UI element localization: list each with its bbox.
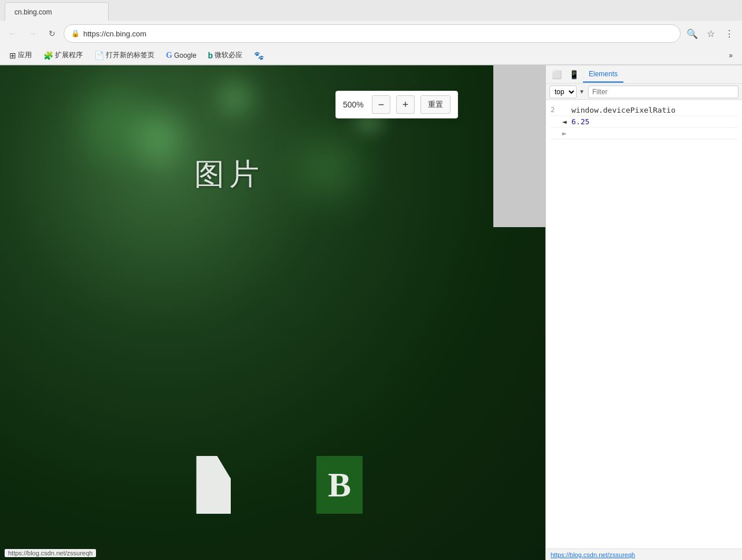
console-line-3: ► xyxy=(551,128,737,139)
zoom-minus-button[interactable]: − xyxy=(372,95,390,114)
tab-bar: cn.bing.com xyxy=(0,0,742,21)
console-line-num-1: 2 xyxy=(551,106,562,114)
bookmark-apps[interactable]: ⊞ 应用 xyxy=(5,49,36,61)
address-bar[interactable]: 🔒 https://cn.bing.com xyxy=(64,24,681,43)
console-value-2: 6.25 xyxy=(571,117,589,126)
console-arrow-2[interactable]: ◄ xyxy=(562,117,569,126)
more-bookmarks-button[interactable]: » xyxy=(724,50,737,61)
lock-icon: 🔒 xyxy=(71,29,80,38)
bookmark-bing[interactable]: b 微软必应 xyxy=(204,49,248,61)
main-area: 图片 B https://blog.csdn.net/zssureqh 500%… xyxy=(0,65,742,560)
bokeh-4 xyxy=(300,139,358,197)
console-line-1: 2 window.devicePixelRatio xyxy=(551,105,737,116)
toolbar-icons: 🔍 ☆ ⋮ xyxy=(684,25,737,42)
console-key-1: window.devicePixelRatio xyxy=(571,106,675,114)
bookmark-apps-label: 应用 xyxy=(18,50,32,60)
zoom-reset-button[interactable]: 重置 xyxy=(420,95,451,114)
dropdown-arrow-icon: ▼ xyxy=(579,88,585,95)
bing-logo-b: B xyxy=(316,456,363,514)
devtools-status-url[interactable]: https://blog.csdn.net/zssureqh xyxy=(551,551,635,558)
bing-icon: b xyxy=(208,51,213,60)
bokeh-3 xyxy=(218,80,253,115)
status-url: https://blog.csdn.net/zssureqh xyxy=(5,549,96,557)
paw-icon: 🐾 xyxy=(254,51,264,60)
browser-chrome: cn.bing.com ← → ↻ 🔒 https://cn.bing.com … xyxy=(0,0,742,65)
zoom-plus-button[interactable]: + xyxy=(396,95,415,114)
devtools-panel: ⬜ 📱 Elements top ▼ 2 win xyxy=(545,65,742,560)
bookmark-paw[interactable]: 🐾 xyxy=(249,50,268,61)
bookmark-bing-label: 微软必应 xyxy=(215,50,242,60)
back-button[interactable]: ← xyxy=(5,25,21,42)
filter-input[interactable] xyxy=(588,86,739,98)
bookmarks-bar: ⊞ 应用 🧩 扩展程序 📄 打开新的标签页 G Google b 微软必应 🐾 … xyxy=(0,46,742,65)
console-line-2: ◄ 6.25 xyxy=(551,116,737,128)
bookmark-google[interactable]: G Google xyxy=(161,50,201,61)
reload-button[interactable]: ↻ xyxy=(44,25,60,42)
status-bar: https://blog.csdn.net/zssureqh xyxy=(0,546,545,560)
new-tab-icon: 📄 xyxy=(94,51,104,60)
url-text: https://cn.bing.com xyxy=(83,29,673,38)
bing-image-text: 图片 xyxy=(194,154,264,195)
devtools-status-bar: https://blog.csdn.net/zssureqh xyxy=(546,548,742,560)
bing-content: 图片 B https://blog.csdn.net/zssureqh 500%… xyxy=(0,65,545,560)
bookmark-star-icon[interactable]: ☆ xyxy=(703,25,719,42)
bokeh-2 xyxy=(136,115,183,161)
more-bookmarks-icon: » xyxy=(729,51,733,60)
menu-icon[interactable]: ⋮ xyxy=(721,25,737,42)
zoom-percent: 500% xyxy=(343,100,366,109)
context-dropdown[interactable]: top xyxy=(549,86,577,98)
devtools-tab-elements[interactable]: Elements xyxy=(583,66,623,83)
devtools-second-bar: top ▼ xyxy=(546,84,742,100)
devtools-tab-elements-label: Elements xyxy=(589,70,618,78)
search-icon[interactable]: 🔍 xyxy=(684,25,700,42)
zoom-popup: 500% − + 重置 xyxy=(335,91,458,118)
devtools-dock-icon[interactable]: ⬜ xyxy=(548,66,564,83)
devtools-tabs: Elements xyxy=(583,66,740,83)
bookmark-extensions-label: 扩展程序 xyxy=(55,50,83,60)
bookmark-new-tab[interactable]: 📄 打开新的标签页 xyxy=(90,49,159,61)
bing-logo-white xyxy=(196,456,231,514)
active-tab[interactable]: cn.bing.com xyxy=(5,2,109,21)
omnibox-bar: ← → ↻ 🔒 https://cn.bing.com 🔍 ☆ ⋮ xyxy=(0,21,742,46)
tab-title: cn.bing.com xyxy=(14,8,52,16)
google-icon: G xyxy=(166,51,172,60)
bookmark-extensions[interactable]: 🧩 扩展程序 xyxy=(39,49,87,61)
devtools-toolbar: ⬜ 📱 Elements xyxy=(546,65,742,84)
devtools-console: 2 window.devicePixelRatio ◄ 6.25 ► xyxy=(546,100,742,548)
bookmark-google-label: Google xyxy=(174,51,197,60)
gray-panel xyxy=(493,65,545,227)
context-select-wrapper: top ▼ xyxy=(549,86,585,98)
console-arrow-3[interactable]: ► xyxy=(562,129,569,138)
bing-background: 图片 B https://blog.csdn.net/zssureqh xyxy=(0,65,545,560)
devtools-mobile-icon[interactable]: 📱 xyxy=(566,66,582,83)
extensions-icon: 🧩 xyxy=(43,51,53,60)
forward-button[interactable]: → xyxy=(24,25,40,42)
bookmark-new-tab-label: 打开新的标签页 xyxy=(106,50,154,60)
apps-icon: ⊞ xyxy=(9,51,16,60)
